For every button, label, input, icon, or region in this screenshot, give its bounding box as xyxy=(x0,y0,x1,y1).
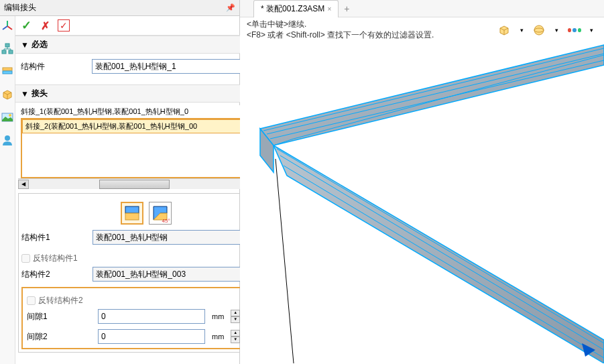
scroll-thumb[interactable] xyxy=(99,180,170,189)
joint-type-straight-icon[interactable] xyxy=(121,202,143,225)
list-item[interactable]: 斜接_2(装配001_热轧H型钢,装配001_热轧H型钢_00 xyxy=(22,119,269,133)
svg-rect-5 xyxy=(9,50,13,54)
svg-point-20 xyxy=(534,25,544,35)
tab-active[interactable]: * 装配001.Z3ASM × xyxy=(253,0,339,17)
scroll-track[interactable] xyxy=(29,180,263,189)
tab-close-icon[interactable]: × xyxy=(327,5,331,13)
section-joint[interactable]: ▼ 接头 xyxy=(15,84,276,103)
section-required-label: 必选 xyxy=(32,39,48,50)
left-panel: 编辑接头 📌 xyxy=(0,0,240,364)
gap1-label: 间隙1 xyxy=(27,311,94,322)
unit-label: mm xyxy=(209,332,227,341)
tab-add-button[interactable]: + xyxy=(339,2,355,15)
svg-line-22 xyxy=(276,159,294,363)
view-palette-icon[interactable] xyxy=(566,23,581,38)
svg-rect-3 xyxy=(5,44,9,47)
svg-rect-16 xyxy=(125,206,139,213)
unit-label: mm xyxy=(209,312,227,320)
view-cube-icon[interactable] xyxy=(497,23,511,38)
struct2-label: 结构件2 xyxy=(21,269,88,280)
left-icon-strip xyxy=(0,16,15,364)
gap2-input[interactable] xyxy=(98,329,205,344)
svg-point-13 xyxy=(9,114,11,117)
svg-rect-11 xyxy=(3,71,12,74)
viewport-3d[interactable] xyxy=(240,42,604,364)
apply-button[interactable]: ✓ xyxy=(56,19,72,32)
gap2-label: 间隙2 xyxy=(27,331,94,343)
struct-label: 结构件 xyxy=(21,61,88,72)
reverse1-checkbox xyxy=(21,254,30,263)
angle-label: 45° xyxy=(162,218,170,224)
view-toolbar: ▾ ▾ ▾ xyxy=(497,23,599,38)
view-sphere-icon[interactable] xyxy=(532,23,546,38)
reverse1-label: 反转结构件1 xyxy=(33,253,78,264)
section-required[interactable]: ▼ 必选 xyxy=(15,36,276,54)
struct-input[interactable] xyxy=(92,59,253,74)
h-scrollbar: ◀ ▶ xyxy=(18,178,274,189)
svg-rect-10 xyxy=(3,68,12,70)
collapse-icon: ▼ xyxy=(21,40,29,50)
tab-label: * 装配001.Z3ASM xyxy=(261,3,324,15)
joint-type-angle-icon[interactable]: 45° xyxy=(149,202,172,225)
cancel-button[interactable]: ✗ xyxy=(37,19,53,32)
pin-icon[interactable]: 📌 xyxy=(226,3,235,12)
form-toolbar: ✓ ✗ ✓ i ? xyxy=(15,16,276,36)
collapse-icon: ▼ xyxy=(21,89,29,99)
struct1-label: 结构件1 xyxy=(21,232,88,243)
svg-line-2 xyxy=(3,26,7,29)
gap2-spin-up[interactable]: ▲ xyxy=(231,330,240,337)
list-item[interactable]: 斜接_1(装配001_热轧H型钢,装配001_热轧H型钢_0 xyxy=(18,105,274,118)
panel-title-bar: 编辑接头 📌 xyxy=(0,0,239,16)
axis-icon[interactable] xyxy=(0,19,15,34)
gap1-input[interactable] xyxy=(98,309,205,324)
view-dropdown-icon[interactable]: ▾ xyxy=(549,23,564,38)
main-form: ✓ ✗ ✓ i ? ▼ 必选 结构件 xyxy=(15,16,276,364)
user-icon[interactable] xyxy=(0,133,15,147)
svg-rect-17 xyxy=(125,213,139,220)
joint-list: 斜接_2(装配001_热轧H型钢,装配001_热轧H型钢_00 xyxy=(21,118,271,178)
scroll-left[interactable]: ◀ xyxy=(18,180,29,189)
layers-icon[interactable] xyxy=(0,64,15,79)
gap1-spin-up[interactable]: ▲ xyxy=(231,310,240,316)
ok-button[interactable]: ✓ xyxy=(18,19,34,32)
gap-highlight-box: 反转结构件2 间隙1 mm ▲ ▼ xyxy=(21,287,270,349)
view-dropdown-icon[interactable]: ▾ xyxy=(584,23,599,38)
tab-bar: * 装配001.Z3ASM × + xyxy=(240,0,604,17)
view-dropdown-icon[interactable]: ▾ xyxy=(514,23,529,38)
reverse2-checkbox xyxy=(27,296,36,305)
panel-title-text: 编辑接头 xyxy=(4,2,36,13)
right-viewport-area: * 装配001.Z3ASM × + <单击中键>继续. <F8> 或者 <Shi… xyxy=(240,0,604,364)
gap2-spin-down[interactable]: ▼ xyxy=(231,337,240,343)
svg-rect-4 xyxy=(2,50,6,54)
image-icon[interactable] xyxy=(0,110,15,125)
cube-icon[interactable] xyxy=(0,87,15,102)
svg-line-1 xyxy=(7,26,12,29)
section-joint-label: 接头 xyxy=(32,88,48,99)
tree-icon[interactable] xyxy=(0,42,15,56)
gap1-spin-down[interactable]: ▼ xyxy=(231,316,240,323)
reverse2-label: 反转结构件2 xyxy=(38,295,83,306)
svg-point-14 xyxy=(5,135,10,141)
